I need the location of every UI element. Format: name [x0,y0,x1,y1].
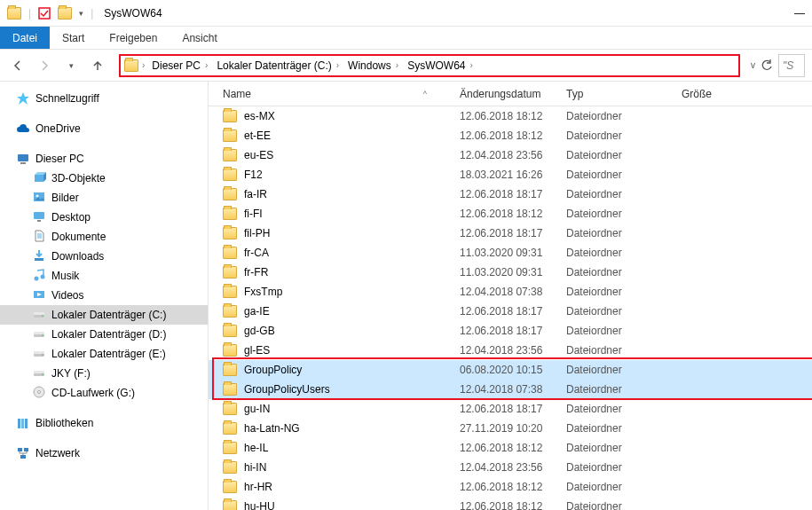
file-row[interactable]: ga-IE12.06.2018 18:17Dateiordner [209,302,812,321]
file-name: he-IL [244,442,268,454]
tree-icon [32,365,46,382]
forward-button[interactable] [34,55,55,76]
col-size[interactable]: Größe [674,88,745,100]
tree-quickaccess[interactable]: Schnellzugriff [0,89,208,108]
file-date: 12.04.2018 23:56 [453,461,559,474]
col-name[interactable]: Name^ [209,88,453,100]
file-type: Dateiordner [559,169,674,181]
tree-item[interactable]: Lokaler Datenträger (D:) [0,325,208,344]
col-date[interactable]: Änderungsdatum [453,88,559,100]
chevron-right-icon[interactable]: › [205,60,208,70]
up-button[interactable] [87,55,108,76]
crumb[interactable]: SysWOW64› [404,58,477,74]
tree-libraries[interactable]: Bibliotheken [0,413,208,433]
back-button[interactable] [7,55,28,76]
address-dropdown-icon[interactable]: v [751,60,755,70]
tab-start[interactable]: Start [50,27,97,49]
file-row[interactable]: hi-IN12.04.2018 23:56Dateiordner [209,458,812,477]
tree-item[interactable]: Bilder [0,188,208,208]
crumb[interactable]: Windows› [344,58,402,74]
address-bar[interactable]: › Dieser PC›Lokaler Datenträger (C:)›Win… [119,54,740,77]
file-name: gd-GB [244,325,275,337]
folder-icon [223,500,237,510]
folder-icon [223,286,237,298]
tree-thispc[interactable]: Dieser PC [0,149,208,169]
file-row[interactable]: GroupPolicy06.08.2020 10:15Dateiordner [209,360,812,380]
file-row[interactable]: fr-CA11.03.2020 09:31Dateiordner [209,243,812,263]
tab-share[interactable]: Freigeben [97,27,169,49]
libraries-icon [16,416,30,430]
tree-item[interactable]: Desktop [0,208,208,227]
tree-icon [32,326,46,343]
tree-item[interactable]: Musik [0,266,208,286]
file-row[interactable]: FxsTmp12.04.2018 07:38Dateiordner [209,282,812,302]
file-row[interactable]: GroupPolicyUsers12.04.2018 07:38Dateiord… [209,380,812,399]
file-date: 11.03.2020 09:31 [453,247,559,259]
tree-item[interactable]: 3D-Objekte [0,169,208,188]
file-row[interactable]: fa-IR12.06.2018 18:17Dateiordner [209,184,812,204]
tree-network[interactable]: Netzwerk [0,443,208,463]
cloud-icon [16,122,30,136]
file-row[interactable]: ha-Latn-NG27.11.2019 10:20Dateiordner [209,419,812,438]
crumb[interactable]: Lokaler Datenträger (C:)› [213,58,343,74]
refresh-icon[interactable] [761,59,773,72]
tab-file[interactable]: Datei [0,27,50,49]
file-row[interactable]: he-IL12.06.2018 18:12Dateiordner [209,438,812,458]
file-row[interactable]: eu-ES12.04.2018 23:56Dateiordner [209,145,812,165]
file-row[interactable]: F1218.03.2021 16:26Dateiordner [209,165,812,184]
file-type: Dateiordner [559,247,674,259]
svg-rect-19 [34,351,44,354]
tree-label: Netzwerk [35,447,80,459]
file-row[interactable]: et-EE12.06.2018 18:12Dateiordner [209,126,812,145]
file-name: fil-PH [244,227,270,239]
checkbox-icon[interactable] [38,7,51,20]
file-date: 12.06.2018 18:17 [453,403,559,415]
tree-item[interactable]: Downloads [0,247,208,266]
file-name: fr-CA [244,247,269,259]
tree-item[interactable]: Dokumente [0,227,208,247]
svg-point-14 [42,315,43,317]
file-type: Dateiordner [559,325,674,337]
file-type: Dateiordner [559,481,674,493]
col-type[interactable]: Typ [559,88,674,100]
chevron-right-icon[interactable]: › [396,60,398,70]
tree-label: 3D-Objekte [51,172,106,184]
crumb[interactable]: Dieser PC› [148,58,211,74]
chevron-right-icon[interactable]: › [469,60,472,70]
recent-dropdown-icon[interactable]: ▾ [60,55,82,76]
crumb-label: Lokaler Datenträger (C:) [217,59,331,72]
file-row[interactable]: gl-ES12.04.2018 23:56Dateiordner [209,341,812,360]
chevron-right-icon[interactable]: › [336,60,339,70]
qat-folder-icon[interactable] [58,7,72,20]
file-list[interactable]: es-MX12.06.2018 18:12Dateiordneret-EE12.… [209,106,812,510]
file-type: Dateiordner [559,403,674,415]
file-row[interactable]: hr-HR12.06.2018 18:12Dateiordner [209,477,812,497]
file-date: 12.06.2018 18:17 [453,305,559,318]
file-row[interactable]: gu-IN12.06.2018 18:17Dateiordner [209,399,812,419]
folder-icon [223,344,237,357]
tree-item[interactable]: JKY (F:) [0,364,208,383]
search-input[interactable]: "S [778,54,805,77]
file-date: 18.03.2021 16:26 [453,169,559,181]
minimize-button[interactable]: — [794,7,805,20]
file-row[interactable]: gd-GB12.06.2018 18:17Dateiordner [209,321,812,341]
file-row[interactable]: es-MX12.06.2018 18:12Dateiordner [209,106,812,126]
chevron-right-icon[interactable]: › [142,60,145,70]
nav-tree[interactable]: Schnellzugriff OneDrive Dieser PC 3D-Obj… [0,82,209,510]
file-date: 12.04.2018 07:38 [453,383,559,396]
tree-onedrive[interactable]: OneDrive [0,119,208,138]
file-type: Dateiordner [559,208,674,220]
qat-dropdown-icon[interactable]: ▾ [79,9,83,18]
main: Schnellzugriff OneDrive Dieser PC 3D-Obj… [0,82,812,510]
tree-item[interactable]: CD-Laufwerk (G:) [0,383,208,403]
tree-item[interactable]: Lokaler Datenträger (C:) [0,305,208,325]
tab-view[interactable]: Ansicht [169,27,229,49]
tree-item[interactable]: Videos [0,286,208,305]
tree-item[interactable]: Lokaler Datenträger (E:) [0,344,208,364]
file-row[interactable]: fr-FR11.03.2020 09:31Dateiordner [209,263,812,282]
file-row[interactable]: fi-FI12.06.2018 18:12Dateiordner [209,204,812,224]
tree-label: Videos [51,289,83,302]
file-row[interactable]: hu-HU12.06.2018 18:12Dateiordner [209,497,812,510]
file-type: Dateiordner [559,266,674,279]
file-row[interactable]: fil-PH12.06.2018 18:17Dateiordner [209,224,812,243]
